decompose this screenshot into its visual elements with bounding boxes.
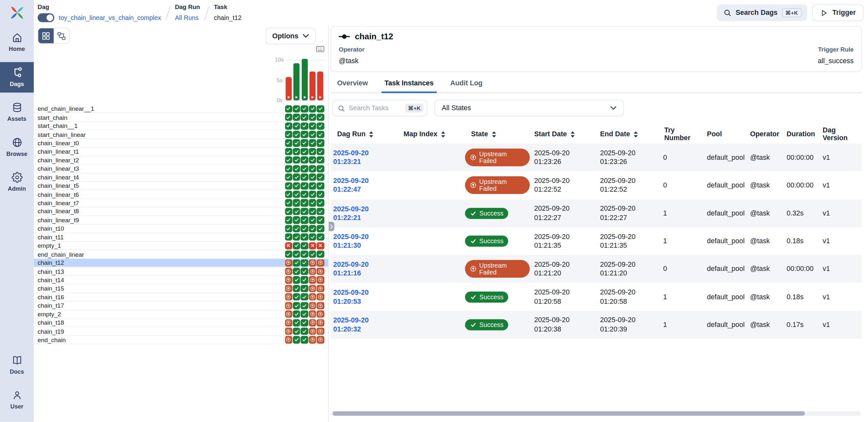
task-instance-success[interactable]	[285, 131, 292, 138]
task-instance-success[interactable]	[301, 122, 308, 130]
task-instance-success[interactable]	[285, 122, 292, 130]
task-instance-success[interactable]	[285, 233, 292, 241]
horizontal-scrollbar[interactable]	[331, 411, 861, 416]
task-instance-upstream_failed[interactable]	[317, 336, 324, 343]
task-row[interactable]: chain_t12	[34, 259, 328, 268]
task-instance-success[interactable]	[301, 328, 308, 335]
task-row[interactable]: chain_t13	[34, 268, 328, 276]
task-instance-success[interactable]	[301, 105, 308, 112]
task-instance-success[interactable]	[301, 233, 308, 241]
column-header[interactable]: State	[461, 130, 530, 138]
task-instance-success[interactable]	[285, 251, 292, 258]
tab-overview[interactable]: Overview	[336, 79, 369, 92]
all-runs-link[interactable]: All Runs	[175, 15, 199, 21]
task-instance-success[interactable]	[285, 191, 292, 198]
task-instance-success[interactable]	[285, 114, 292, 121]
task-instance-upstream_failed[interactable]	[317, 285, 324, 292]
grid-view-button[interactable]	[38, 28, 54, 44]
tab-audit-log[interactable]: Audit Log	[449, 79, 484, 92]
task-instance-success[interactable]	[293, 182, 300, 190]
task-instance-success[interactable]	[293, 233, 300, 241]
task-row[interactable]: chain_linear_t6	[34, 190, 328, 199]
dag-run-link[interactable]: 2025-09-2001:20:53	[333, 289, 369, 305]
task-row[interactable]: chain_linear_t5	[34, 182, 328, 190]
dag-run-link[interactable]: 2025-09-2001:21:16	[333, 261, 369, 277]
task-instance-success[interactable]	[301, 225, 308, 232]
task-instance-success[interactable]	[309, 191, 316, 198]
sidebar-item-home[interactable]: Home	[0, 27, 34, 58]
task-instance-success[interactable]	[293, 114, 300, 121]
task-instance-upstream_failed[interactable]	[317, 302, 324, 309]
task-row[interactable]: chain_t14	[34, 276, 328, 284]
sort-icon[interactable]	[491, 131, 496, 138]
task-instance-success[interactable]	[301, 217, 308, 224]
task-instance-upstream_failed[interactable]	[285, 311, 292, 318]
task-instance-upstream_failed[interactable]	[317, 319, 324, 326]
task-instance-success[interactable]	[285, 225, 292, 232]
task-instance-success[interactable]	[293, 199, 300, 206]
task-instance-success[interactable]	[309, 182, 316, 190]
task-instance-success[interactable]	[285, 139, 292, 147]
airflow-logo[interactable]	[0, 0, 34, 24]
task-instance-success[interactable]	[293, 157, 300, 164]
task-instance-success[interactable]	[301, 268, 308, 275]
task-instance-success[interactable]	[317, 148, 324, 155]
task-instance-success[interactable]	[301, 139, 308, 147]
task-instance-success[interactable]	[285, 105, 292, 112]
dag-run-link[interactable]: 2025-09-2001:22:21	[333, 205, 369, 222]
task-instance-success[interactable]	[317, 131, 324, 138]
panel-collapse-handle[interactable]	[329, 222, 334, 231]
task-instance-success[interactable]	[301, 199, 308, 206]
dag-run-duration-bar[interactable]	[317, 72, 323, 100]
task-instance-upstream_failed[interactable]	[317, 311, 324, 318]
task-instance-success[interactable]	[309, 165, 316, 172]
trigger-button[interactable]: Trigger	[812, 4, 864, 21]
task-instance-success[interactable]	[317, 122, 324, 130]
task-instance-success[interactable]	[317, 174, 324, 181]
task-row[interactable]: end_chain_linear__1	[34, 105, 328, 113]
task-instance-success[interactable]	[309, 251, 316, 258]
sort-icon[interactable]	[633, 131, 638, 138]
task-instance-success[interactable]	[301, 293, 308, 301]
column-header[interactable]: End Date	[595, 130, 660, 138]
task-instance-upstream_failed[interactable]	[309, 319, 316, 326]
task-instance-success[interactable]	[293, 242, 300, 249]
task-row[interactable]: chain_linear_t9	[34, 216, 328, 225]
task-instance-success[interactable]	[293, 285, 300, 292]
task-row[interactable]: start_chain__1	[34, 122, 328, 131]
sort-icon[interactable]	[570, 131, 575, 138]
task-row[interactable]: chain_t16	[34, 293, 328, 302]
task-instance-upstream_failed[interactable]	[285, 268, 292, 275]
dag-run-duration-bar[interactable]	[309, 72, 315, 100]
task-instance-upstream_failed[interactable]	[285, 336, 292, 343]
sidebar-item-admin[interactable]: Admin	[0, 167, 34, 197]
task-row[interactable]: chain_linear_t8	[34, 207, 328, 216]
task-instance-success[interactable]	[301, 182, 308, 190]
task-instance-success[interactable]	[317, 114, 324, 121]
task-instance-success[interactable]	[293, 293, 300, 301]
task-instance-success[interactable]	[317, 208, 324, 215]
task-row[interactable]: chain_t15	[34, 284, 328, 293]
task-row[interactable]: chain_t11	[34, 233, 328, 242]
task-instance-success[interactable]	[301, 191, 308, 198]
task-instance-success[interactable]	[317, 191, 324, 198]
task-instance-success[interactable]	[301, 302, 308, 309]
task-instance-success[interactable]	[293, 148, 300, 155]
task-instance-success[interactable]	[309, 199, 316, 206]
task-row[interactable]: chain_t17	[34, 302, 328, 310]
task-row[interactable]: chain_linear_t7	[34, 199, 328, 207]
task-instance-success[interactable]	[317, 182, 324, 190]
column-header[interactable]: Start Date	[530, 130, 595, 138]
task-instance-upstream_failed[interactable]	[309, 276, 316, 284]
task-instance-upstream_failed[interactable]	[285, 328, 292, 335]
task-instance-success[interactable]	[301, 174, 308, 181]
keyboard-shortcuts-icon[interactable]	[316, 45, 324, 54]
task-instance-success[interactable]	[309, 225, 316, 232]
task-instance-success[interactable]	[301, 285, 308, 292]
task-instance-success[interactable]	[301, 114, 308, 121]
task-instance-success[interactable]	[317, 225, 324, 232]
task-row[interactable]: end_chain	[34, 336, 328, 344]
task-row[interactable]: chain_linear_t1	[34, 147, 328, 156]
task-instance-success[interactable]	[317, 251, 324, 258]
task-instance-success[interactable]	[309, 105, 316, 112]
